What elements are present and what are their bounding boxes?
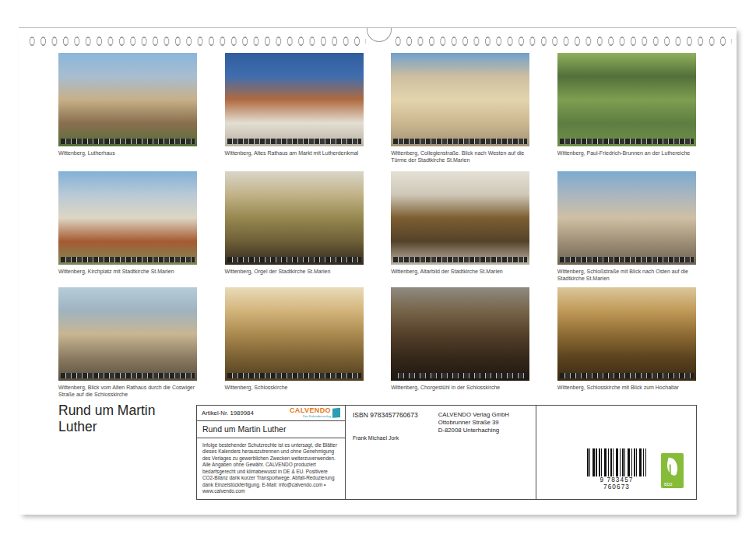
photo-detail-strip	[393, 139, 527, 144]
photo-cell: Wittenberg, Schloßstraße mit Blick nach …	[557, 171, 696, 287]
author-name: Frank Michael Jork	[353, 435, 399, 441]
photo-cell: Wittenberg, Chorgestühl in der Schlosski…	[391, 287, 529, 404]
photo-caption: Wittenberg, Chorgestühl in der Schlosski…	[391, 384, 529, 391]
legal-text-cell: Infolge bestehender Schutzrechte ist es …	[197, 438, 345, 499]
photo-cell: Wittenberg, Schlosskirche	[225, 287, 364, 404]
eco-label: eco	[664, 481, 672, 487]
photo-caption: Wittenberg, Paul-Friedrich-Brunnen an de…	[557, 149, 696, 156]
photo-thumbnail	[225, 53, 364, 146]
photo-thumbnail	[225, 171, 364, 265]
photo-detail-strip	[227, 139, 361, 144]
calvendo-tagline: Der Kalenderverlag	[303, 414, 331, 419]
photo-thumbnail	[391, 287, 529, 381]
photo-cell: Wittenberg, Blick vom Alten Rathaus durc…	[58, 287, 197, 404]
imprint-calendar-title: Rund um Martin Luther	[202, 424, 286, 434]
photo-detail-strip	[560, 373, 694, 378]
isbn-number: ISBN 9783457760673	[353, 411, 418, 434]
spiral-binding-holes-left	[26, 34, 366, 48]
photo-caption: Wittenberg, Kirchplatz mit Stadtkirche S…	[58, 268, 197, 275]
photo-grid: Wittenberg, Lutherhaus Wittenberg, Altes…	[58, 53, 696, 404]
photo-caption: Wittenberg, Altarbild der Stadtkirche St…	[391, 268, 529, 275]
hanger-hole	[367, 28, 392, 42]
calvendo-logo-text: CALVENDO Der Kalenderverlag	[290, 407, 331, 419]
calendar-back-cover: Wittenberg, Lutherhaus Wittenberg, Altes…	[0, 0, 756, 545]
imprint-right-column: 9 783457 760673 eco	[536, 406, 696, 499]
spiral-binding-holes-right	[392, 34, 732, 48]
eco-badge: eco	[661, 453, 684, 488]
photo-thumbnail	[58, 171, 197, 265]
publisher-city: D-82008 Unterhaching	[438, 427, 509, 434]
photo-cell: Wittenberg, Paul-Friedrich-Brunnen an de…	[557, 53, 696, 171]
photo-caption: Wittenberg, Schlosskirche	[225, 384, 364, 391]
photo-cell: Wittenberg, Collegienstraße. Blick nach …	[391, 53, 529, 171]
photo-cell: Wittenberg, Altes Rathaus am Markt mit L…	[225, 53, 364, 171]
photo-caption: Wittenberg, Lutherhaus	[58, 149, 197, 156]
photo-detail-strip	[61, 373, 195, 378]
photo-thumbnail	[58, 53, 197, 146]
photo-thumbnail	[557, 171, 696, 265]
imprint-middle-column: ISBN 9783457760673 CALVENDO Verlag GmbH …	[346, 406, 536, 499]
photo-cell: Wittenberg, Altarbild der Stadtkirche St…	[391, 171, 529, 287]
photo-detail-strip	[61, 257, 195, 262]
calendar-title-cell: Rund um Martin Luther	[197, 421, 345, 438]
photo-cell: Wittenberg, Lutherhaus	[58, 53, 197, 171]
eco-leaf-icon	[665, 457, 680, 476]
photo-caption: Wittenberg, Blick vom Alten Rathaus durc…	[58, 384, 197, 398]
calvendo-logo: CALVENDO Der Kalenderverlag	[290, 407, 340, 419]
article-number: Artikel-Nr. 1989984	[202, 410, 254, 417]
photo-caption: Wittenberg, Schlosskirche mit Blick zum …	[557, 384, 696, 391]
legal-text: Infolge bestehender Schutzrechte ist es …	[202, 442, 339, 495]
photo-thumbnail	[225, 287, 364, 381]
imprint-box: Artikel-Nr. 1989984 CALVENDO Der Kalende…	[196, 405, 697, 500]
calendar-sheet: Wittenberg, Lutherhaus Wittenberg, Altes…	[19, 27, 737, 515]
photo-detail-strip	[61, 139, 195, 144]
publisher-address: CALVENDO Verlag GmbH Ottobrunner Straße …	[438, 411, 509, 434]
calvendo-wordmark: CALVENDO	[290, 407, 331, 414]
calvendo-book-icon	[332, 408, 340, 418]
photo-cell: Wittenberg, Schlosskirche mit Blick zum …	[557, 287, 696, 404]
isbn-row: ISBN 9783457760673 CALVENDO Verlag GmbH …	[353, 411, 529, 434]
photo-thumbnail	[58, 287, 197, 381]
calendar-title: Rund um Martin Luther	[58, 403, 191, 435]
photo-detail-strip	[227, 257, 361, 262]
ean-barcode: 9 783457 760673	[585, 448, 648, 490]
photo-caption: Wittenberg, Orgel der Stadtkirche St.Mar…	[225, 268, 364, 275]
photo-detail-strip	[227, 373, 361, 378]
photo-detail-strip	[560, 139, 694, 144]
photo-thumbnail	[391, 53, 529, 146]
photo-detail-strip	[393, 257, 527, 262]
imprint-left-column: Artikel-Nr. 1989984 CALVENDO Der Kalende…	[197, 406, 346, 499]
photo-thumbnail	[557, 287, 696, 381]
photo-cell: Wittenberg, Orgel der Stadtkirche St.Mar…	[225, 171, 364, 287]
barcode-bars-icon	[587, 448, 646, 477]
barcode-digits: 9 783457 760673	[585, 476, 648, 490]
photo-caption: Wittenberg, Altes Rathaus am Markt mit L…	[225, 149, 364, 156]
photo-detail-strip	[393, 373, 527, 378]
photo-detail-strip	[560, 257, 694, 262]
photo-cell: Wittenberg, Kirchplatz mit Stadtkirche S…	[58, 171, 197, 287]
photo-caption: Wittenberg, Schloßstraße mit Blick nach …	[557, 268, 696, 282]
photo-caption: Wittenberg, Collegienstraße. Blick nach …	[391, 149, 529, 164]
publisher-street: Ottobrunner Straße 39	[438, 419, 509, 427]
photo-thumbnail	[391, 171, 529, 265]
photo-thumbnail	[557, 53, 696, 146]
publisher-name: CALVENDO Verlag GmbH	[438, 411, 509, 419]
article-number-cell: Artikel-Nr. 1989984 CALVENDO Der Kalende…	[197, 406, 345, 421]
